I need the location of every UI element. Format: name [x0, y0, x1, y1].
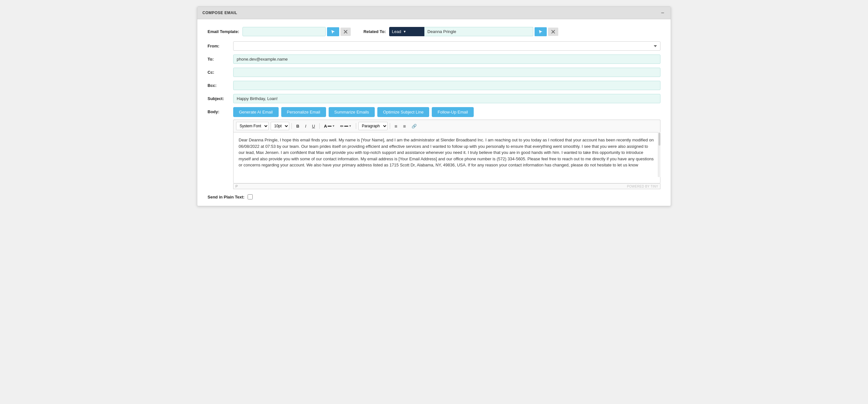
body-content: Generate AI Email Personalize Email Summ… — [233, 107, 660, 189]
ai-buttons-row: Generate AI Email Personalize Email Summ… — [233, 107, 660, 117]
editor-wrapper: Dear Deanna Pringle, I hope this email f… — [233, 132, 660, 183]
font-color-swatch — [328, 126, 332, 127]
email-template-label: Email Template: — [208, 29, 239, 34]
body-editor[interactable]: Dear Deanna Pringle, I hope this email f… — [233, 132, 660, 183]
cc-content — [233, 68, 660, 77]
paragraph-select[interactable]: Paragraph — [359, 122, 388, 130]
toolbar-divider-2 — [319, 123, 320, 129]
powered-by-label: POWERED BY TINY — [627, 185, 658, 188]
scrollbar-track[interactable] — [658, 132, 660, 177]
body-row: Body: Generate AI Email Personalize Emai… — [208, 107, 660, 189]
paragraph-group: Paragraph — [359, 122, 388, 130]
from-label: From: — [208, 41, 233, 49]
template-cursor-button[interactable] — [327, 27, 339, 36]
personalize-email-button[interactable]: Personalize Email — [281, 107, 326, 117]
from-select[interactable] — [233, 41, 660, 51]
subject-content — [233, 94, 660, 103]
generate-ai-email-button[interactable]: Generate AI Email — [233, 107, 279, 117]
summarize-emails-button[interactable]: Summarize Emails — [329, 107, 375, 117]
window-title: COMPOSE EMAIL — [203, 10, 237, 15]
body-label: Body: — [208, 107, 233, 114]
list-ordered-button[interactable]: ≡ — [401, 122, 408, 130]
close-icon-related — [551, 30, 555, 34]
to-row: To: — [208, 55, 660, 64]
bcc-row: Bcc: — [208, 81, 660, 90]
to-label: To: — [208, 55, 233, 62]
email-template-input[interactable] — [243, 27, 326, 36]
window-body: Email Template: Related To: Lead — [197, 19, 671, 206]
related-to-dropdown-arrow: ▼ — [403, 30, 406, 33]
bcc-content — [233, 81, 660, 90]
scrollbar-thumb — [658, 133, 660, 146]
font-family-group: System Font — [236, 122, 269, 130]
highlight-color-button[interactable]: ✏ ▼ — [338, 122, 353, 130]
subject-input[interactable] — [233, 94, 660, 103]
italic-button[interactable]: I — [303, 122, 308, 130]
to-input[interactable] — [233, 55, 660, 64]
font-color-letter: A — [324, 124, 327, 128]
cc-input[interactable] — [233, 68, 660, 77]
highlight-icon: ✏ — [340, 124, 344, 128]
underline-button[interactable]: U — [310, 122, 317, 130]
highlight-color-dropdown: ▼ — [349, 124, 352, 127]
toolbar-divider-4 — [390, 123, 390, 129]
highlight-color-swatch — [344, 126, 348, 127]
font-size-select[interactable]: 10pt — [271, 122, 289, 130]
related-to-name-input[interactable] — [424, 27, 533, 36]
font-family-select[interactable]: System Font — [236, 122, 269, 130]
editor-footer: P POWERED BY TINY — [233, 183, 660, 189]
subject-label: Subject: — [208, 94, 233, 101]
cc-row: Cc: — [208, 68, 660, 77]
close-icon — [344, 30, 347, 34]
email-template-group: Email Template: — [208, 27, 351, 36]
related-to-label: Related To: — [364, 29, 386, 34]
paragraph-indicator: P — [236, 184, 238, 188]
cursor-icon — [331, 29, 335, 34]
bcc-input[interactable] — [233, 81, 660, 90]
window-header: COMPOSE EMAIL − — [197, 7, 671, 19]
from-row: From: — [208, 41, 660, 51]
optimize-subject-line-button[interactable]: Optimize Subject Line — [377, 107, 429, 117]
toolbar-divider-1 — [291, 123, 292, 129]
cc-label: Cc: — [208, 68, 233, 75]
plain-text-row: Send in Plain Text: — [208, 194, 660, 199]
minimize-button[interactable]: − — [659, 10, 665, 16]
template-related-row: Email Template: Related To: Lead — [208, 27, 660, 36]
to-content — [233, 55, 660, 64]
bcc-label: Bcc: — [208, 81, 233, 88]
editor-toolbar: System Font 10pt B I U A — [233, 120, 660, 132]
from-content — [233, 41, 660, 51]
compose-email-window: COMPOSE EMAIL − Email Template: — [197, 6, 671, 206]
link-button[interactable]: 🔗 — [409, 122, 419, 130]
related-to-type-select[interactable]: Lead ▼ — [389, 27, 424, 36]
font-size-group: 10pt — [271, 122, 289, 130]
plain-text-checkbox[interactable] — [248, 194, 253, 199]
related-to-group: Related To: Lead ▼ — [364, 27, 558, 36]
related-to-type-value: Lead — [392, 29, 401, 34]
follow-up-email-button[interactable]: Follow-Up Email — [432, 107, 474, 117]
list-unordered-button[interactable]: ≡ — [392, 122, 400, 130]
related-to-clear-button[interactable] — [548, 28, 558, 36]
related-to-cursor-button[interactable] — [534, 27, 547, 36]
plain-text-label: Send in Plain Text: — [208, 195, 244, 199]
font-color-dropdown: ▼ — [332, 124, 335, 127]
cursor-icon-related — [538, 29, 543, 34]
font-color-button[interactable]: A ▼ — [322, 122, 337, 130]
template-clear-button[interactable] — [340, 28, 351, 36]
toolbar-divider-3 — [356, 123, 356, 129]
bold-button[interactable]: B — [294, 122, 301, 130]
subject-row: Subject: — [208, 94, 660, 103]
